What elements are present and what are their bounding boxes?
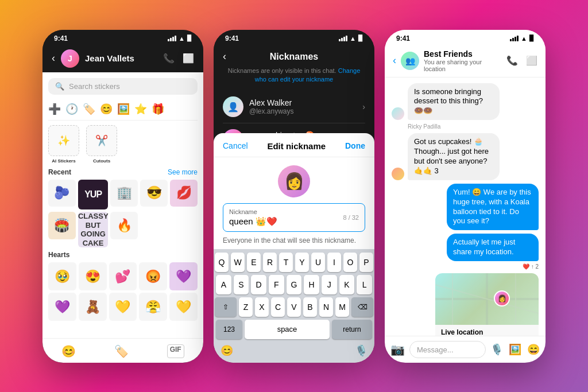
photo-icon[interactable]: 🖼️ [509,343,521,356]
modal-title: Edit nickname [267,141,326,151]
gift-icon-tab[interactable]: 🎁 [152,103,164,115]
key-n[interactable]: N [319,297,333,317]
mic-keyboard-icon[interactable]: 🎙️ [355,344,368,357]
msg-bubble-2: Got us cupcakes! 🧁 Though... just got he… [408,133,500,180]
key-delete[interactable]: ⌫ [351,297,373,317]
back-icon-2[interactable]: ‹ [223,51,226,63]
key-k[interactable]: K [339,275,355,294]
video-call-icon[interactable]: ⬜ [526,55,537,66]
phone-icon-1[interactable]: 📞 [163,53,175,64]
chat-actions: 📞 ⬜ [506,55,537,66]
message-input[interactable]: Message... [409,341,486,358]
chat-avatar-3: 👥 [401,52,419,70]
sticker-chat-icon[interactable]: 😄 [527,343,540,356]
ai-stickers-button[interactable]: ✨ [48,125,79,156]
key-r[interactable]: R [263,253,277,272]
gif-tab[interactable]: GIF [167,344,184,358]
sticker-item[interactable]: 🏟️ [48,212,76,239]
sticker-item[interactable]: 😎 [140,180,168,207]
emoji-keyboard-icon[interactable]: 😊 [220,344,233,357]
sticker-item[interactable]: 😡 [139,262,167,290]
key-z[interactable]: Z [239,297,253,317]
cutouts-button[interactable]: ✂️ [86,125,117,156]
see-more-link[interactable]: See more [168,168,198,176]
key-l[interactable]: L [357,275,372,294]
key-i[interactable]: I [327,253,341,272]
key-d[interactable]: D [251,275,266,294]
key-b[interactable]: B [303,297,317,317]
key-space[interactable]: space [245,320,330,339]
key-e[interactable]: E [247,253,261,272]
nickname-item-1[interactable]: 👤 Alex Walker @lex.anyways › [223,91,365,123]
sticker-item[interactable]: 🥹 [48,262,76,290]
contact-name-1: Jean Vallets [85,53,157,63]
battery-icon-2: ▉ [358,35,363,41]
key-p[interactable]: P [359,253,373,272]
key-m[interactable]: M [335,297,349,317]
plus-icon[interactable]: ➕ [48,103,61,115]
key-h[interactable]: H [304,275,319,294]
chat-header-1: ‹ J Jean Vallets 📞 ⬜ [42,45,203,72]
chat-status: You are sharing your location [424,59,502,72]
sticker-item[interactable]: 💋 [170,180,198,207]
back-icon-1[interactable]: ‹ [52,52,55,64]
mic-icon[interactable]: 🎙️ [490,343,503,356]
key-q[interactable]: Q [215,253,229,272]
nickname-name-1: Alex Walker [249,98,357,107]
key-t[interactable]: T [279,253,293,272]
key-j[interactable]: J [322,275,337,294]
status-icons-3: ▲ ▉ [510,35,534,42]
input-label: Nickname [229,208,277,215]
key-g[interactable]: G [287,275,302,294]
emoji-icon-tab[interactable]: 😊 [100,103,113,115]
sticker-item[interactable]: 💜 [48,293,76,321]
nickname-hint: Everyone in the chat will see this nickn… [223,236,365,244]
key-w[interactable]: W [231,253,245,272]
phone-call-icon[interactable]: 📞 [506,55,518,66]
key-return[interactable]: return [332,320,372,339]
search-input[interactable]: Search stickers [69,82,120,91]
input-value[interactable]: queen 👑❤️ [229,216,277,227]
key-y[interactable]: Y [295,253,309,272]
key-x[interactable]: X [255,297,269,317]
key-u[interactable]: U [311,253,325,272]
done-button[interactable]: Done [345,141,365,150]
sticker-item[interactable]: 🧸 [79,293,107,321]
keyboard: Q W E R T Y U I O P A S D [214,249,374,363]
sticker-tab[interactable]: 🏷️ [114,344,129,358]
clock-icon[interactable]: 🕐 [65,103,78,115]
star-icon-tab[interactable]: ⭐ [134,103,147,115]
video-icon-1[interactable]: ⬜ [183,53,194,64]
key-o[interactable]: O [343,253,357,272]
sticker-item[interactable]: 🔥 [110,212,138,239]
sticker-item[interactable]: YUP [78,180,109,210]
nickname-input-container[interactable]: Nickname queen 👑❤️ 8 / 32 [223,203,365,232]
status-bar-3: 9:41 ▲ ▉ [385,30,546,45]
search-bar[interactable]: 🔍 Search stickers [48,78,198,95]
sticker-item[interactable]: 😤 [139,293,167,321]
sticker-icon-tab[interactable]: 🏷️ [83,103,95,115]
sticker-item[interactable]: 💛 [169,293,198,321]
camera-icon[interactable]: 📷 [390,343,405,356]
key-shift[interactable]: ⇧ [215,297,237,317]
sticker-item[interactable]: 💜 [169,262,198,290]
sticker-item[interactable]: 😍 [79,262,107,290]
heart-icon-tab[interactable]: 🖼️ [117,103,130,115]
bottom-tabs-1: 😊 🏷️ GIF [42,338,203,363]
cancel-button[interactable]: Cancel [223,141,248,150]
sticker-item[interactable]: CLASSY BUT GOING CAKE [78,212,109,247]
back-icon-3[interactable]: ‹ [393,55,396,67]
key-v[interactable]: V [287,297,301,317]
key-123[interactable]: 123 [216,320,242,339]
key-a[interactable]: A [216,275,231,294]
key-s[interactable]: S [234,275,249,294]
key-f[interactable]: F [269,275,284,294]
sticker-item[interactable]: 🏢 [110,180,138,207]
sticker-item[interactable]: 💛 [109,293,137,321]
key-c[interactable]: C [271,297,285,317]
sticker-item[interactable]: 💕 [109,262,137,290]
emoji-tab[interactable]: 😊 [61,344,76,358]
nicknames-title: Nicknames [270,52,319,62]
wifi-icon-1: ▲ [179,35,185,42]
sticker-item[interactable]: 🫐 [48,180,76,207]
